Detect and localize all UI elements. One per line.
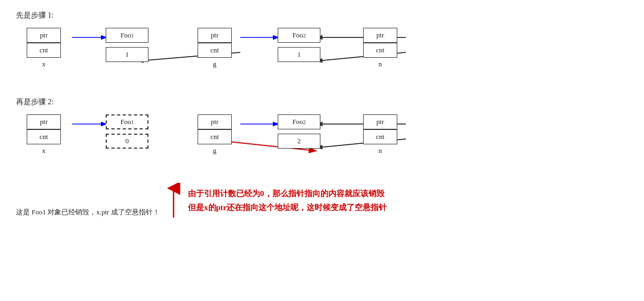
n-group-step1: ptr cnt n: [363, 28, 397, 68]
red-up-arrow-icon: [166, 183, 182, 220]
step1-label: 先是步骤 1:: [16, 11, 628, 20]
n-cnt-cell: cnt: [363, 43, 397, 58]
g-cnt-cell: cnt: [198, 43, 232, 58]
foo2-cell-s2: Foo2: [278, 114, 320, 129]
x-label: x: [27, 60, 61, 68]
n-cnt-cell-s2: cnt: [363, 129, 397, 144]
n-ptr-cell: ptr: [363, 28, 397, 43]
g-ptr-cell: ptr: [198, 28, 232, 43]
g-label: g: [198, 60, 232, 68]
x-group-step2: ptr cnt x: [27, 114, 61, 155]
x-cnt-cell-s2: cnt: [27, 129, 61, 144]
x-label-s2: x: [27, 146, 61, 155]
g-label-s2: g: [198, 146, 232, 155]
x-group-step1: ptr cnt x: [27, 28, 61, 68]
n-label: n: [363, 60, 397, 68]
foo1-cell: Foo1: [106, 28, 148, 43]
x-cnt-cell: cnt: [27, 43, 61, 58]
x-ptr-cell: ptr: [27, 28, 61, 43]
g-cnt-cell-s2: cnt: [198, 129, 232, 144]
annotation-left: 这是 Foo1 对象已经销毁，x.ptr 成了空悬指针！: [16, 181, 166, 217]
x-ptr-cell-s2: ptr: [27, 114, 61, 129]
step1-arrows: [16, 28, 475, 87]
foo1-group-step1: Foo1 1: [106, 28, 148, 62]
step2-label: 再是步骤 2:: [16, 97, 628, 107]
g-group-step1: ptr cnt g: [198, 28, 232, 68]
cnt2-cell-s2: 2: [278, 134, 320, 149]
foo1-group-step2: Foo1 0: [106, 114, 148, 149]
n-label-s2: n: [363, 146, 397, 155]
cnt1-dashed-cell: 0: [106, 134, 148, 149]
n-ptr-cell-s2: ptr: [363, 114, 397, 129]
g-ptr-cell-s2: ptr: [198, 114, 232, 129]
foo2-group-step2: Foo2 2: [278, 114, 320, 149]
step2-arrows: [16, 114, 475, 179]
annotation-right: 由于引用计数已经为0，那么指针指向的内容就应该销毁 但是x的ptr还在指向这个地…: [188, 181, 387, 214]
foo2-cell: Foo2: [278, 28, 320, 43]
foo2-group-step1: Foo2 1: [278, 28, 320, 62]
g-group-step2: ptr cnt g: [198, 114, 232, 155]
cnt2-cell: 1: [278, 47, 320, 62]
cnt1-cell: 1: [106, 47, 148, 62]
foo1-dashed-cell: Foo1: [106, 114, 148, 129]
n-group-step2: ptr cnt n: [363, 114, 397, 155]
